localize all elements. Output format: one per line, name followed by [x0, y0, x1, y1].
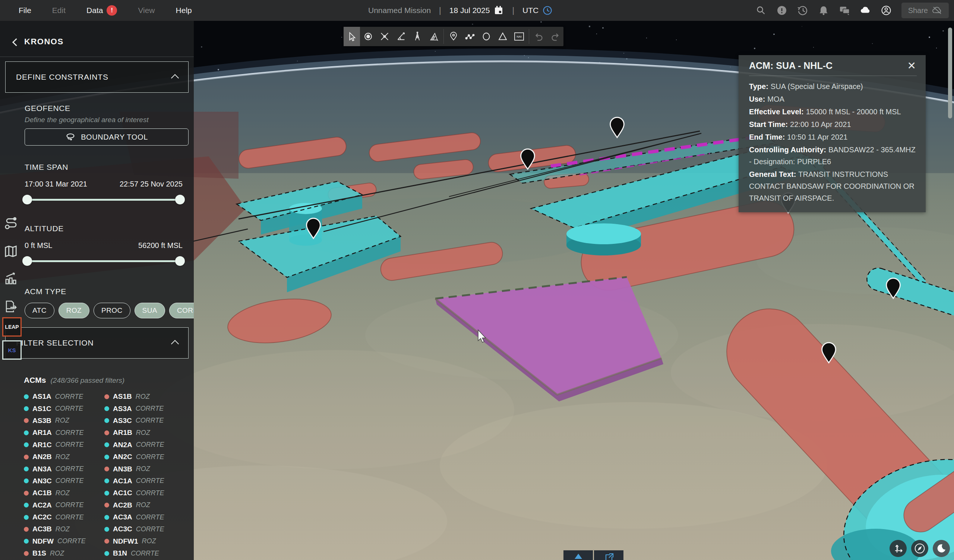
clock-icon[interactable] — [542, 5, 553, 16]
slider-track[interactable] — [25, 260, 182, 262]
redo-icon[interactable] — [547, 27, 563, 46]
altitude-slider[interactable] — [25, 256, 182, 266]
acm-list-item[interactable]: AR1A CORRTE — [24, 427, 104, 439]
menu-item[interactable]: Help — [176, 6, 192, 15]
acm-type-pill[interactable]: ATC — [25, 303, 55, 318]
menu-item[interactable]: File — [19, 6, 31, 15]
cloud-sync-icon[interactable] — [860, 5, 871, 16]
acm-list-item[interactable]: B1S ROZ — [24, 548, 104, 559]
radio-tower-tool[interactable] — [409, 27, 426, 46]
acm-list-item[interactable]: B1N CORRTE — [104, 548, 190, 559]
altitude-min: 0 ft MSL — [25, 241, 52, 250]
acm-list-item[interactable]: AC2A CORRTE — [24, 499, 104, 511]
timezone[interactable]: UTC — [522, 5, 553, 16]
alert-icon[interactable] — [776, 5, 787, 16]
mission-name[interactable]: Unnamed Mission — [368, 6, 431, 15]
slider-track[interactable] — [25, 199, 182, 201]
orbit-point-tool[interactable] — [360, 27, 376, 46]
acm-list-item[interactable]: AC1B ROZ — [24, 487, 104, 499]
acm-color-dot — [104, 394, 109, 399]
acm-list-item[interactable]: NDFW1 ROZ — [104, 535, 190, 548]
back-chevron-icon[interactable] — [12, 38, 20, 46]
acm-list-item[interactable]: AN3B ROZ — [104, 463, 190, 475]
waypoint-path-tool[interactable] — [462, 27, 478, 46]
route-tool-icon[interactable] — [3, 216, 19, 232]
acm-list-item[interactable]: AS3B ROZ — [24, 415, 104, 427]
acm-list-item[interactable]: AR1C CORRTE — [24, 439, 104, 451]
altitude-handle-min[interactable] — [22, 256, 32, 266]
time-span-handle-end[interactable] — [175, 195, 185, 204]
acm-list-item[interactable]: AS1C CORRTE — [24, 403, 104, 414]
account-icon[interactable] — [881, 5, 892, 16]
info-panel-title: ACM: SUA - NHL-C — [749, 60, 832, 71]
acm-type-pill[interactable]: CORRTE — [169, 303, 194, 318]
select-cursor-tool[interactable] — [344, 27, 360, 46]
axes-toggle-button[interactable] — [890, 540, 907, 557]
acm-list-item[interactable]: AS3C CORRTE — [104, 415, 190, 427]
acm-list-item[interactable]: AN2A CORRTE — [104, 439, 190, 451]
acm-list-item[interactable]: AC3C CORRTE — [104, 523, 190, 535]
time-span-title: TIME SPAN — [25, 163, 182, 172]
time-span-slider[interactable] — [25, 194, 182, 205]
menu-item[interactable]: View — [138, 6, 155, 15]
acm-list-item[interactable]: AC2B ROZ — [104, 499, 190, 511]
acm-type-pill[interactable]: PROC — [94, 303, 131, 318]
radar-tool[interactable] — [426, 27, 442, 46]
compass-button[interactable] — [911, 540, 928, 557]
acm-type-title: ACM TYPE — [25, 287, 182, 296]
acm-type-pill[interactable]: ROZ — [59, 303, 89, 318]
acm-type-pill[interactable]: SUA — [134, 303, 165, 318]
app-header[interactable]: KRONOS — [0, 21, 194, 51]
acm-list-item[interactable]: AC3A CORRTE — [104, 511, 190, 523]
acm-list-item[interactable]: AC3B ROZ — [24, 523, 104, 535]
triangle-tool[interactable] — [494, 27, 511, 46]
angle-measure-tool[interactable] — [393, 27, 409, 46]
undo-icon[interactable] — [531, 27, 547, 46]
acm-list-item[interactable]: NDFW CORRTE — [24, 535, 104, 548]
ellipse-tool[interactable] — [478, 27, 494, 46]
acm-color-dot — [24, 455, 29, 459]
leap-badge[interactable]: LEAP — [2, 317, 22, 337]
calendar-icon[interactable] — [493, 5, 504, 16]
compass-icon — [913, 542, 926, 555]
acm-list-item[interactable]: AN2B ROZ — [24, 451, 104, 463]
acm-color-dot — [24, 527, 29, 532]
acm-list-item[interactable]: AS1A CORRTE — [24, 390, 104, 403]
time-span-handle-start[interactable] — [22, 195, 32, 204]
expand-up-button[interactable] — [563, 550, 593, 560]
menu-item[interactable]: Data ! — [86, 5, 117, 16]
constraints-sidebar: KRONOS DEFINE CONSTRAINTS GEOFENCE Defin… — [0, 21, 194, 560]
night-mode-button[interactable] — [933, 540, 950, 557]
menu-item[interactable]: Edit — [52, 6, 65, 15]
close-icon[interactable]: ✕ — [907, 61, 917, 71]
search-icon[interactable] — [755, 5, 767, 16]
acm-list-item[interactable]: AS1B ROZ — [104, 390, 190, 403]
export-document-icon[interactable] — [3, 299, 19, 314]
chat-icon[interactable] — [839, 5, 850, 16]
analytics-icon[interactable] — [3, 271, 19, 287]
acm-list-item[interactable]: AN3C CORRTE — [24, 475, 104, 487]
acm-list-item[interactable]: AC1C CORRTE — [104, 487, 190, 499]
info-field: Effective Level:15000 ft MSL - 20000 ft … — [749, 106, 917, 118]
nai-box-tool[interactable]: NAI — [511, 27, 527, 46]
history-icon[interactable] — [797, 5, 808, 16]
acm-list-item[interactable]: AN2C CORRTE — [104, 451, 190, 463]
crossing-tool[interactable] — [376, 27, 393, 46]
acm-list-item[interactable]: AR1B ROZ — [104, 427, 190, 439]
open-external-button[interactable] — [594, 550, 624, 560]
mission-date[interactable]: 18 Jul 2025 — [449, 5, 504, 16]
notifications-icon[interactable] — [818, 5, 829, 16]
filter-selection-header[interactable]: FILTER SELECTION — [5, 327, 189, 359]
altitude-handle-max[interactable] — [175, 256, 185, 266]
acm-list-item[interactable]: AN3A CORRTE — [24, 463, 104, 475]
map-layers-icon[interactable] — [3, 244, 19, 259]
acm-list-item[interactable]: AC2C CORRTE — [24, 511, 104, 523]
boundary-tool-button[interactable]: BOUNDARY TOOL — [25, 128, 189, 146]
acm-list-item[interactable]: AC1A CORRTE — [104, 475, 190, 487]
define-constraints-header[interactable]: DEFINE CONSTRAINTS — [5, 61, 189, 93]
location-pin-tool[interactable] — [445, 27, 462, 46]
acm-list-item[interactable]: AS3A CORRTE — [104, 403, 190, 414]
ks-badge[interactable]: KS — [2, 340, 22, 360]
sidebar-scrollbar[interactable] — [948, 28, 952, 118]
share-button[interactable]: Share — [901, 3, 949, 18]
